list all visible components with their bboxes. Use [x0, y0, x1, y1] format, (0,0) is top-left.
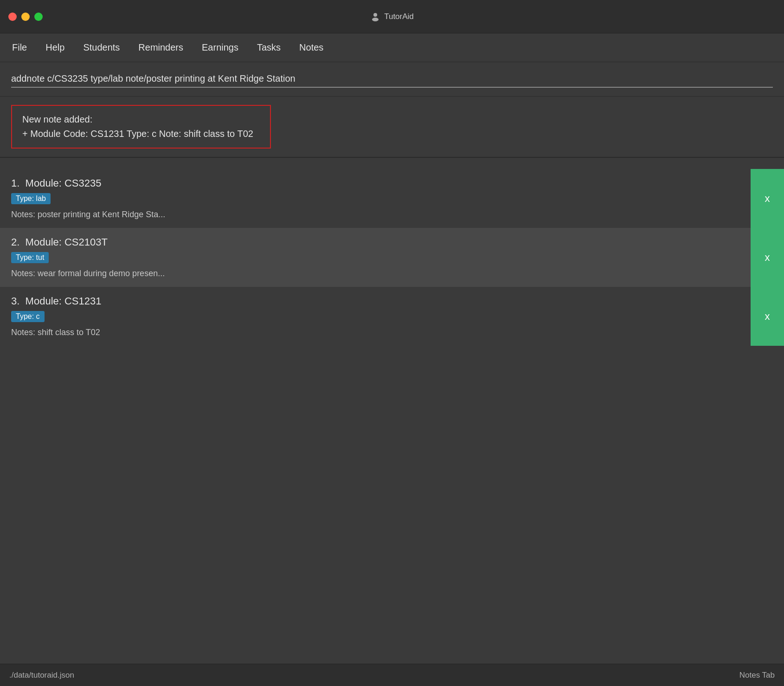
menu-students[interactable]: Students — [82, 40, 121, 55]
svg-point-0 — [373, 13, 377, 17]
window-controls[interactable] — [8, 13, 43, 21]
note-text-3: Notes: shift class to T02 — [11, 328, 739, 337]
menu-earnings[interactable]: Earnings — [201, 40, 239, 55]
statusbar: ./data/tutoraid.json Notes Tab — [0, 664, 784, 686]
menu-reminders[interactable]: Reminders — [137, 40, 184, 55]
menubar: File Help Students Reminders Earnings Ta… — [0, 33, 784, 62]
delete-note-1-button[interactable]: x — [751, 169, 784, 228]
note-content-1: 1. Module: CS3235 Type: lab Notes: poste… — [0, 169, 751, 228]
note-type-badge-3: Type: c — [11, 311, 45, 322]
note-type-badge-2: Type: tut — [11, 252, 49, 263]
command-bar — [0, 62, 784, 97]
statusbar-left: ./data/tutoraid.json — [9, 671, 74, 680]
svg-point-1 — [372, 18, 379, 21]
note-row: 2. Module: CS2103T Type: tut Notes: wear… — [0, 228, 784, 287]
note-content-3: 3. Module: CS1231 Type: c Notes: shift c… — [0, 287, 751, 346]
maximize-button[interactable] — [34, 13, 43, 21]
note-content-2: 2. Module: CS2103T Type: tut Notes: wear… — [0, 228, 751, 287]
delete-note-3-button[interactable]: x — [751, 287, 784, 346]
notification-box: New note added: + Module Code: CS1231 Ty… — [11, 105, 271, 149]
app-title-container: TutorAid — [370, 12, 414, 22]
note-title-3: 3. Module: CS1231 — [11, 295, 739, 307]
note-text-1: Notes: poster printing at Kent Ridge Sta… — [11, 210, 739, 220]
notification-title: New note added: — [22, 114, 260, 125]
notification-body: + Module Code: CS1231 Type: c Note: shif… — [22, 129, 260, 139]
statusbar-right: Notes Tab — [739, 671, 775, 680]
note-row: 3. Module: CS1231 Type: c Notes: shift c… — [0, 287, 784, 346]
command-input[interactable] — [11, 71, 773, 88]
note-title-2: 2. Module: CS2103T — [11, 236, 739, 248]
delete-note-2-button[interactable]: x — [751, 228, 784, 287]
note-type-badge-1: Type: lab — [11, 193, 51, 204]
titlebar: TutorAid — [0, 0, 784, 33]
menu-tasks[interactable]: Tasks — [256, 40, 282, 55]
note-row: 1. Module: CS3235 Type: lab Notes: poste… — [0, 169, 784, 228]
menu-file[interactable]: File — [11, 40, 28, 55]
note-title-1: 1. Module: CS3235 — [11, 177, 739, 189]
notification-area: New note added: + Module Code: CS1231 Ty… — [0, 97, 784, 158]
minimize-button[interactable] — [21, 13, 30, 21]
note-text-2: Notes: wear formal during demo presen... — [11, 269, 739, 278]
menu-help[interactable]: Help — [45, 40, 65, 55]
menu-notes[interactable]: Notes — [298, 40, 324, 55]
close-button[interactable] — [8, 13, 17, 21]
notes-list: 1. Module: CS3235 Type: lab Notes: poste… — [0, 158, 784, 346]
app-title: TutorAid — [384, 12, 414, 21]
app-icon — [370, 12, 380, 22]
